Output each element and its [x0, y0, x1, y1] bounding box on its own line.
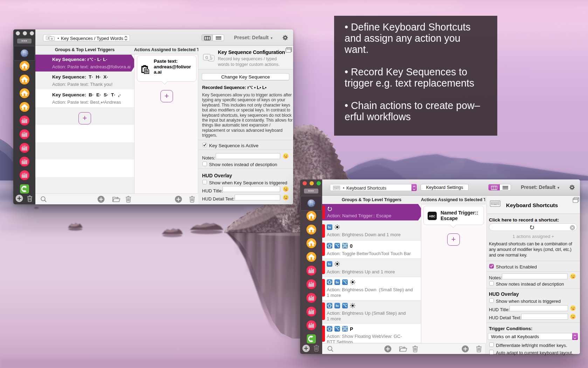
svg-text:G: G [206, 56, 208, 60]
svg-text:ABC: ABC [429, 214, 435, 218]
svg-text:G: G [51, 38, 53, 40]
